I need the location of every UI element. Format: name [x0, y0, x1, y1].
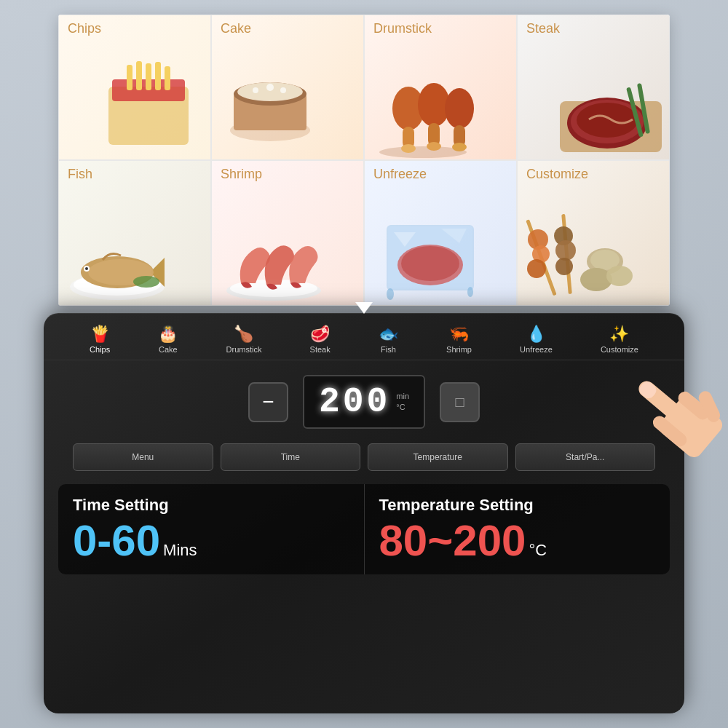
preset-icon-cake: 🎂 [158, 326, 178, 342]
menu-button[interactable]: Menu [73, 443, 213, 471]
food-cell-cake[interactable]: Cake [211, 15, 364, 160]
time-value-number: 0-60 [73, 516, 160, 565]
temp-setting-panel: Temperature Setting 80~200°C [365, 484, 670, 574]
food-cell-steak[interactable]: Steak [517, 15, 670, 160]
food-image-drumstick [365, 15, 516, 159]
preset-drumstick[interactable]: 🍗 Drumstick [226, 326, 262, 354]
svg-point-43 [401, 246, 459, 281]
time-suffix: Mins [163, 541, 197, 559]
food-cell-customize[interactable]: Customize [517, 160, 670, 306]
preset-label-steak: Steak [310, 345, 331, 354]
plus-icon: □ [456, 394, 464, 411]
preset-label-customize: Customize [601, 345, 638, 354]
preset-label-cake: Cake [159, 345, 178, 354]
svg-point-21 [427, 142, 441, 151]
svg-point-36 [85, 267, 88, 270]
svg-rect-3 [136, 61, 142, 90]
food-cell-shrimp[interactable]: Shrimp [211, 160, 364, 306]
food-label-customize: Customize [526, 167, 588, 182]
buttons-row: Menu Time Temperature Start/Pa... [44, 443, 684, 478]
food-label-shrimp: Shrimp [221, 167, 262, 182]
svg-point-49 [527, 259, 546, 278]
info-panels: Time Setting 0-60Mins Temperature Settin… [58, 484, 670, 574]
food-image-shrimp [212, 161, 363, 305]
svg-rect-2 [127, 65, 132, 90]
food-label-drumstick: Drumstick [373, 21, 432, 36]
food-image-customize [518, 161, 669, 305]
preset-icon-fish: 🐟 [379, 326, 398, 342]
food-image-unfreeze [365, 161, 516, 305]
food-label-cake: Cake [221, 21, 251, 36]
time-setting-title: Time Setting [73, 496, 349, 515]
tooltip-arrow [355, 302, 373, 314]
food-cell-chips[interactable]: Chips [58, 15, 211, 160]
svg-point-18 [401, 144, 416, 153]
svg-point-12 [253, 87, 258, 93]
food-image-fish [59, 161, 210, 305]
preset-label-unfreeze: Unfreeze [520, 345, 553, 354]
preset-icon-steak: 🥩 [310, 326, 330, 342]
plus-button[interactable]: □ [440, 382, 480, 422]
svg-point-57 [606, 266, 633, 286]
time-setting-panel: Time Setting 0-60Mins [58, 484, 365, 574]
preset-icon-unfreeze: 💧 [526, 326, 546, 342]
preset-label-chips: Chips [90, 345, 110, 354]
svg-rect-62 [697, 389, 722, 424]
led-units: min °C [396, 391, 409, 414]
svg-point-22 [445, 88, 474, 129]
preset-icon-customize: ✨ [609, 326, 629, 342]
preset-cake[interactable]: 🎂 Cake [158, 326, 178, 354]
food-image-cake [212, 15, 363, 159]
food-cell-fish[interactable]: Fish [58, 160, 211, 306]
control-panel: 🍟 Chips 🎂 Cake 🍗 Drumstick 🥩 Steak 🐟 Fis… [44, 313, 684, 713]
led-display: 200 min °C [303, 375, 425, 429]
display-row: − 200 min °C □ [44, 360, 684, 443]
food-cell-drumstick[interactable]: Drumstick [364, 15, 517, 160]
preset-icon-chips: 🍟 [90, 326, 110, 342]
svg-rect-6 [165, 66, 170, 90]
food-label-steak: Steak [526, 21, 560, 36]
svg-point-53 [555, 258, 573, 275]
temp-suffix: °C [529, 541, 547, 559]
led-value: 200 [319, 382, 390, 422]
preset-label-shrimp: Shrimp [446, 345, 472, 354]
preset-steak[interactable]: 🥩 Steak [310, 326, 331, 354]
food-grid: Chips Cake [58, 15, 670, 306]
preset-label-drumstick: Drumstick [226, 345, 262, 354]
led-unit-top: min [396, 391, 409, 402]
minus-button[interactable]: − [248, 382, 288, 422]
svg-rect-5 [155, 62, 161, 90]
food-cell-unfreeze[interactable]: Unfreeze [364, 160, 517, 306]
food-label-unfreeze: Unfreeze [373, 167, 427, 182]
svg-point-13 [266, 84, 274, 91]
svg-point-44 [387, 288, 394, 300]
preset-chips[interactable]: 🍟 Chips [90, 326, 110, 354]
led-unit-bottom: °C [396, 402, 409, 413]
svg-point-24 [452, 143, 467, 151]
svg-point-45 [467, 287, 473, 297]
food-label-fish: Fish [68, 167, 92, 182]
preset-customize[interactable]: ✨ Customize [601, 326, 638, 354]
presets-row: 🍟 Chips 🎂 Cake 🍗 Drumstick 🥩 Steak 🐟 Fis… [44, 313, 684, 360]
food-image-chips [59, 15, 210, 159]
svg-rect-4 [146, 63, 151, 90]
time-button[interactable]: Time [221, 443, 361, 471]
svg-point-37 [133, 276, 159, 288]
temp-value-number: 80~200 [379, 516, 526, 565]
start-pause-button[interactable]: Start/Pa... [515, 443, 656, 471]
food-image-steak [518, 15, 669, 159]
svg-point-28 [577, 103, 638, 138]
svg-point-14 [280, 87, 286, 93]
preset-icon-drumstick: 🍗 [234, 326, 253, 342]
main-container: Chips Cake [0, 0, 728, 728]
preset-shrimp[interactable]: 🦐 Shrimp [446, 326, 472, 354]
preset-unfreeze[interactable]: 💧 Unfreeze [520, 326, 553, 354]
temperature-button[interactable]: Temperature [368, 443, 508, 471]
time-setting-value: 0-60Mins [73, 519, 349, 563]
svg-point-52 [555, 240, 576, 261]
temp-setting-title: Temperature Setting [379, 496, 656, 515]
food-label-chips: Chips [68, 21, 101, 36]
preset-icon-shrimp: 🦐 [449, 326, 469, 342]
preset-label-fish: Fish [381, 345, 396, 354]
preset-fish[interactable]: 🐟 Fish [379, 326, 398, 354]
